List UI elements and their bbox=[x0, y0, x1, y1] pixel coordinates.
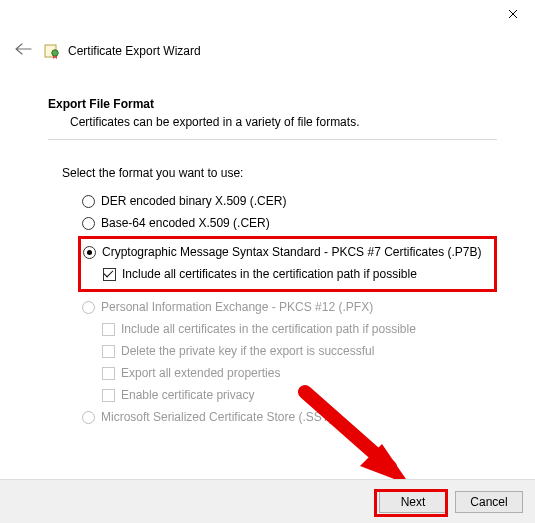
option-pfx-export-ext-label: Export all extended properties bbox=[121, 366, 280, 380]
cancel-button[interactable]: Cancel bbox=[455, 491, 523, 513]
option-pfx-cert-privacy: Enable certificate privacy bbox=[102, 384, 497, 406]
radio-icon bbox=[82, 195, 95, 208]
checkbox-icon bbox=[102, 367, 115, 380]
checkbox-icon bbox=[102, 345, 115, 358]
svg-point-1 bbox=[52, 49, 58, 55]
option-der[interactable]: DER encoded binary X.509 (.CER) bbox=[82, 190, 497, 212]
back-arrow-icon bbox=[14, 42, 32, 56]
option-base64-label: Base-64 encoded X.509 (.CER) bbox=[101, 216, 270, 230]
wizard-footer: Next Cancel bbox=[0, 479, 535, 523]
page-subheading: Certificates can be exported in a variet… bbox=[48, 111, 497, 129]
divider bbox=[48, 139, 497, 140]
instruction-label: Select the format you want to use: bbox=[62, 166, 497, 180]
format-options: DER encoded binary X.509 (.CER) Base-64 … bbox=[82, 190, 497, 428]
option-base64[interactable]: Base-64 encoded X.509 (.CER) bbox=[82, 212, 497, 234]
radio-icon bbox=[82, 301, 95, 314]
option-p7b-label: Cryptographic Message Syntax Standard - … bbox=[102, 245, 482, 259]
checkbox-icon bbox=[103, 268, 116, 281]
option-sst: Microsoft Serialized Certificate Store (… bbox=[82, 406, 497, 428]
option-p7b-include-chain[interactable]: Include all certificates in the certific… bbox=[103, 263, 490, 285]
option-p7b[interactable]: Cryptographic Message Syntax Standard - … bbox=[83, 241, 490, 263]
close-icon bbox=[508, 9, 518, 19]
option-pfx-label: Personal Information Exchange - PKCS #12… bbox=[101, 300, 373, 314]
wizard-title: Certificate Export Wizard bbox=[68, 44, 201, 58]
option-sst-label: Microsoft Serialized Certificate Store (… bbox=[101, 410, 333, 424]
radio-icon bbox=[82, 411, 95, 424]
wizard-content: Export File Format Certificates can be e… bbox=[0, 75, 535, 428]
option-pfx: Personal Information Exchange - PKCS #12… bbox=[82, 296, 497, 318]
next-button[interactable]: Next bbox=[379, 491, 447, 513]
option-p7b-include-chain-label: Include all certificates in the certific… bbox=[122, 267, 417, 281]
certificate-icon bbox=[44, 43, 60, 59]
option-pfx-delete-key: Delete the private key if the export is … bbox=[102, 340, 497, 362]
radio-icon bbox=[82, 217, 95, 230]
option-pfx-include-chain: Include all certificates in the certific… bbox=[102, 318, 497, 340]
option-der-label: DER encoded binary X.509 (.CER) bbox=[101, 194, 286, 208]
page-heading: Export File Format bbox=[48, 97, 497, 111]
wizard-header: Certificate Export Wizard bbox=[0, 30, 535, 75]
highlight-p7b: Cryptographic Message Syntax Standard - … bbox=[78, 236, 497, 292]
option-pfx-export-ext: Export all extended properties bbox=[102, 362, 497, 384]
back-button[interactable] bbox=[10, 38, 40, 63]
option-pfx-include-chain-label: Include all certificates in the certific… bbox=[121, 322, 416, 336]
checkbox-icon bbox=[102, 389, 115, 402]
close-button[interactable] bbox=[490, 0, 535, 28]
option-pfx-delete-key-label: Delete the private key if the export is … bbox=[121, 344, 374, 358]
option-pfx-cert-privacy-label: Enable certificate privacy bbox=[121, 388, 254, 402]
radio-icon bbox=[83, 246, 96, 259]
checkbox-icon bbox=[102, 323, 115, 336]
title-bar bbox=[0, 0, 535, 30]
